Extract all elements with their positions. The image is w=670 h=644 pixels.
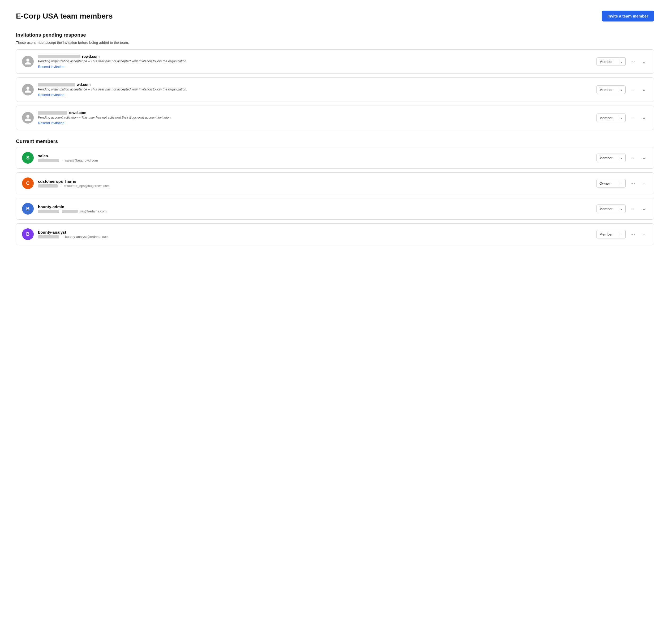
sub-redacted2 bbox=[62, 210, 78, 213]
member-controls: Member ⌄ ··· ⌄ bbox=[597, 230, 648, 239]
divider bbox=[618, 59, 618, 64]
role-select[interactable]: Member ⌄ bbox=[597, 85, 626, 94]
role-select[interactable]: Member ⌄ bbox=[597, 57, 626, 66]
expand-button[interactable]: ⌄ bbox=[640, 114, 648, 122]
role-label: Member bbox=[599, 88, 616, 92]
expand-button[interactable]: ⌄ bbox=[640, 205, 648, 213]
email-text: customer_ops@bugcrowd.com bbox=[64, 184, 110, 188]
avatar: B bbox=[22, 203, 34, 215]
member-controls: Member ⌄ ··· ⌄ bbox=[597, 204, 648, 213]
member-sub: · sales@bugcrowd.com bbox=[38, 159, 592, 162]
role-select[interactable]: Member ⌄ bbox=[597, 205, 626, 213]
role-label: Member bbox=[599, 60, 616, 64]
role-select[interactable]: Member ⌄ bbox=[597, 230, 626, 238]
more-options-button[interactable]: ··· bbox=[628, 57, 637, 66]
member-info: rowd.com Pending account activation – Th… bbox=[38, 111, 592, 125]
member-sub: min@redama.com bbox=[38, 209, 592, 213]
chevron-down-icon: ⌄ bbox=[620, 156, 623, 160]
more-options-button[interactable]: ··· bbox=[628, 179, 637, 188]
resend-invitation-link[interactable]: Resend invitation bbox=[38, 65, 65, 69]
email-redacted bbox=[38, 111, 67, 114]
pending-invitations-section: Invitations pending response These users… bbox=[16, 32, 654, 130]
member-cards-container: S sales · sales@bugcrowd.com Member ⌄ ··… bbox=[16, 147, 654, 245]
chevron-down-icon: ⌄ bbox=[620, 207, 623, 210]
expand-button[interactable]: ⌄ bbox=[640, 230, 648, 238]
current-member-card: B bounty-admin min@redama.com Member ⌄ ·… bbox=[16, 198, 654, 220]
invite-team-member-button[interactable]: Invite a team member bbox=[602, 11, 654, 22]
member-info: bounty-admin min@redama.com bbox=[38, 205, 592, 213]
sub-redacted bbox=[38, 210, 59, 213]
divider bbox=[618, 155, 618, 160]
member-controls: Member ⌄ ··· ⌄ bbox=[597, 57, 648, 66]
member-controls: Member ⌄ ··· ⌄ bbox=[597, 113, 648, 122]
current-member-card: C customerops_harris · customer_ops@bugc… bbox=[16, 173, 654, 194]
member-name-row: wd.com bbox=[38, 82, 592, 87]
invitation-status: Pending account activation – This user h… bbox=[38, 115, 592, 119]
member-controls: Member ⌄ ··· ⌄ bbox=[597, 153, 648, 162]
avatar-letter: B bbox=[26, 206, 30, 212]
sub-redacted bbox=[38, 184, 58, 188]
more-options-button[interactable]: ··· bbox=[628, 153, 637, 162]
more-options-button[interactable]: ··· bbox=[628, 113, 637, 122]
person-icon bbox=[24, 114, 31, 122]
avatar bbox=[22, 56, 34, 67]
chevron-down-icon: ⌄ bbox=[620, 233, 623, 236]
expand-button[interactable]: ⌄ bbox=[640, 154, 648, 162]
member-sub: · customer_ops@bugcrowd.com bbox=[38, 184, 592, 188]
divider bbox=[618, 206, 618, 211]
page-title: E-Corp USA team members bbox=[16, 12, 113, 20]
current-section-title: Current members bbox=[16, 138, 654, 144]
expand-button[interactable]: ⌄ bbox=[640, 57, 648, 66]
role-label: Member bbox=[599, 207, 616, 211]
member-name: bounty-admin bbox=[38, 205, 592, 209]
member-controls: Member ⌄ ··· ⌄ bbox=[597, 85, 648, 94]
chevron-down-icon: ⌄ bbox=[620, 182, 623, 185]
divider bbox=[618, 115, 618, 120]
more-options-button[interactable]: ··· bbox=[628, 204, 637, 213]
chevron-down-icon: ⌄ bbox=[620, 60, 623, 64]
member-info: sales · sales@bugcrowd.com bbox=[38, 154, 592, 162]
expand-button[interactable]: ⌄ bbox=[640, 86, 648, 94]
email-partial: wd.com bbox=[77, 82, 91, 87]
avatar-letter: B bbox=[26, 232, 30, 237]
email-text: sales@bugcrowd.com bbox=[65, 159, 98, 162]
avatar-letter: C bbox=[26, 181, 30, 186]
role-select[interactable]: Member ⌄ bbox=[597, 154, 626, 162]
member-info: bounty-analyst · bounty-analyst@redama.c… bbox=[38, 230, 592, 239]
divider bbox=[618, 232, 618, 237]
resend-invitation-link[interactable]: Resend invitation bbox=[38, 93, 65, 97]
member-info: customerops_harris · customer_ops@bugcro… bbox=[38, 179, 592, 188]
current-members-section: Current members S sales · sales@bugcrowd… bbox=[16, 138, 654, 245]
person-icon bbox=[24, 86, 31, 93]
dot-separator: · bbox=[61, 159, 64, 162]
pending-cards-container: rowd.com Pending organization acceptance… bbox=[16, 49, 654, 130]
member-controls: Owner ⌄ ··· ⌄ bbox=[597, 179, 648, 188]
member-info: wd.com Pending organization acceptance –… bbox=[38, 82, 592, 97]
more-options-button[interactable]: ··· bbox=[628, 85, 637, 94]
current-member-card: B bounty-analyst · bounty-analyst@redama… bbox=[16, 223, 654, 245]
email-redacted bbox=[38, 83, 75, 86]
email-text: min@redama.com bbox=[79, 209, 106, 213]
email-text: bounty-analyst@redama.com bbox=[65, 235, 108, 239]
pending-section-title: Invitations pending response bbox=[16, 32, 654, 38]
expand-button[interactable]: ⌄ bbox=[640, 179, 648, 187]
resend-invitation-link[interactable]: Resend invitation bbox=[38, 121, 65, 125]
role-select[interactable]: Member ⌄ bbox=[597, 113, 626, 122]
email-redacted bbox=[38, 55, 80, 58]
member-name-row: rowd.com bbox=[38, 54, 592, 59]
role-label: Member bbox=[599, 232, 616, 236]
pending-invitation-card: rowd.com Pending account activation – Th… bbox=[16, 106, 654, 130]
chevron-down-icon: ⌄ bbox=[620, 88, 623, 92]
divider bbox=[618, 87, 618, 92]
email-partial: rowd.com bbox=[82, 54, 99, 59]
role-select[interactable]: Owner ⌄ bbox=[597, 179, 626, 188]
avatar bbox=[22, 112, 34, 124]
pending-invitation-card: rowd.com Pending organization acceptance… bbox=[16, 49, 654, 74]
avatar: B bbox=[22, 228, 34, 240]
more-options-button[interactable]: ··· bbox=[628, 230, 637, 239]
avatar bbox=[22, 84, 34, 95]
role-label: Member bbox=[599, 156, 616, 160]
email-partial: rowd.com bbox=[69, 111, 86, 115]
member-sub: · bounty-analyst@redama.com bbox=[38, 235, 592, 239]
dot-separator: · bbox=[61, 235, 64, 239]
